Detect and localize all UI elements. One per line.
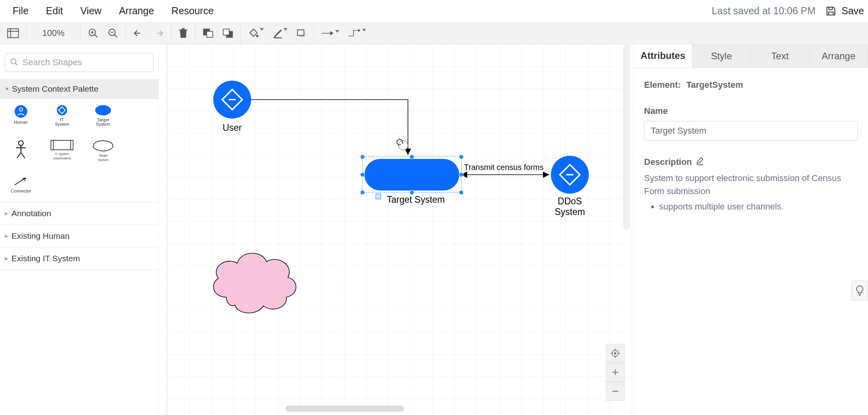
selection-handle[interactable] [360, 172, 365, 177]
section-annotation[interactable]: ▶Annotation [0, 202, 158, 225]
tab-text[interactable]: Text [751, 44, 810, 68]
node-target-label: Target System [380, 194, 451, 205]
save-label: Save [842, 5, 864, 17]
canvas-wrap: User Target System DDoSSystem Transmit c… [159, 44, 633, 415]
search-shapes-input[interactable] [22, 57, 148, 68]
svg-point-45 [614, 353, 616, 354]
delete-icon[interactable] [178, 28, 188, 39]
selection-handle[interactable] [360, 155, 365, 159]
to-front-icon[interactable] [203, 28, 214, 38]
selection-handle[interactable] [360, 190, 365, 195]
zoom-level[interactable]: 100% [26, 23, 81, 44]
menu-view[interactable]: View [71, 5, 110, 17]
zoom-out-icon[interactable] [107, 28, 118, 39]
selection-handle[interactable] [410, 155, 414, 159]
selection-outline [362, 157, 462, 193]
svg-rect-0 [8, 29, 19, 38]
palette-target-system-oval[interactable]: TargetSystem [89, 140, 117, 162]
node-cloud[interactable] [213, 253, 296, 313]
fit-view-button[interactable] [606, 344, 625, 363]
save-button[interactable]: Save [825, 5, 864, 17]
svg-rect-16 [298, 30, 304, 35]
zoom-in-icon[interactable] [88, 28, 99, 39]
hint-bulb-button[interactable] [851, 281, 868, 300]
waypoint-icon[interactable] [348, 29, 366, 38]
name-input[interactable] [644, 121, 858, 141]
menu-edit[interactable]: Edit [37, 5, 71, 17]
svg-line-34 [15, 178, 26, 185]
palette-connector[interactable]: Connector [7, 175, 35, 193]
menubar: File Edit View Arrange Resource Last sav… [0, 0, 868, 22]
undo-icon[interactable] [133, 29, 144, 38]
section-existing-it-system[interactable]: ▶Existing IT System [0, 247, 158, 270]
last-saved-label: Last saved at 10:06 PM [712, 5, 815, 17]
right-panel: Attributes Style Text Arrange Element: T… [633, 44, 868, 415]
diagram-canvas[interactable]: User Target System DDoSSystem Transmit c… [167, 44, 633, 415]
svg-rect-13 [224, 29, 229, 35]
svg-point-33 [93, 141, 113, 151]
canvas-controls: + − [606, 344, 625, 401]
svg-point-24 [95, 105, 111, 115]
description-label: Description [644, 157, 692, 167]
caret-right-icon: ▶ [5, 233, 8, 239]
name-field-label: Name [644, 106, 858, 116]
palette-title: System Context Palette [12, 84, 98, 94]
to-back-icon[interactable] [222, 28, 233, 38]
svg-line-8 [115, 35, 117, 38]
node-user[interactable] [213, 81, 251, 119]
palette-target-system[interactable]: TargetSystem [89, 104, 117, 126]
element-value: TargetSystem [686, 80, 743, 90]
menu-resource[interactable]: Resource [163, 5, 222, 17]
svg-rect-15 [274, 38, 282, 38]
toggle-panels-button[interactable] [0, 23, 26, 44]
caret-right-icon: ▶ [5, 211, 8, 216]
connection-icon[interactable] [321, 30, 339, 36]
palette-human[interactable]: Human [7, 104, 35, 126]
edit-description-icon[interactable] [696, 157, 705, 168]
left-panel: ▼ System Context Palette Human ITSystem … [0, 44, 159, 415]
shadow-icon[interactable] [296, 28, 306, 38]
node-user-label: User [222, 123, 243, 133]
svg-point-14 [256, 35, 259, 37]
selection-handle[interactable] [459, 172, 464, 177]
element-key: Element: [644, 80, 681, 90]
fill-color-icon[interactable] [248, 28, 264, 38]
selection-handle[interactable] [459, 190, 464, 195]
horizontal-scrollbar[interactable] [286, 406, 404, 412]
line-color-icon[interactable] [272, 28, 287, 38]
palette-it-system[interactable]: ITSystem [48, 104, 76, 126]
tab-style[interactable]: Style [692, 44, 751, 68]
search-shapes-box[interactable] [5, 53, 154, 72]
node-ddos-system[interactable] [551, 156, 589, 194]
palette-stick-figure[interactable] [7, 140, 35, 162]
section-existing-human[interactable]: ▶Existing Human [0, 225, 158, 247]
svg-point-25 [19, 141, 23, 145]
node-ddos-label: DDoSSystem [546, 196, 594, 217]
caret-down-icon: ▼ [5, 86, 9, 92]
right-tabs: Attributes Style Text Arrange [634, 44, 868, 68]
svg-line-29 [21, 153, 25, 158]
palette-it-system-deprecated[interactable]: IT System(deprecated) [48, 140, 76, 162]
palette: Human ITSystem TargetSystem IT System(de… [0, 99, 158, 202]
redo-icon[interactable] [153, 29, 164, 38]
caret-right-icon: ▶ [5, 256, 8, 261]
zoom-in-button[interactable]: + [606, 363, 625, 382]
selection-handle[interactable] [459, 155, 464, 159]
svg-line-4 [95, 35, 98, 38]
svg-point-18 [11, 58, 16, 64]
toolbar: 100% [0, 22, 868, 44]
menu-file[interactable]: File [4, 5, 37, 17]
tab-arrange[interactable]: Arrange [810, 44, 868, 68]
zoom-out-button[interactable]: − [606, 382, 625, 401]
palette-header[interactable]: ▼ System Context Palette [0, 79, 158, 99]
menu-arrange[interactable]: Arrange [110, 5, 163, 17]
svg-line-19 [15, 63, 18, 65]
tab-attributes[interactable]: Attributes [634, 44, 692, 68]
svg-line-28 [17, 153, 21, 158]
svg-rect-30 [51, 140, 73, 150]
svg-point-35 [398, 141, 408, 150]
search-icon [10, 58, 19, 68]
floppy-icon [825, 5, 837, 17]
description-text: System to support electronic submission … [644, 172, 858, 213]
edge-transmit-label[interactable]: Transmit census forms [464, 163, 544, 172]
